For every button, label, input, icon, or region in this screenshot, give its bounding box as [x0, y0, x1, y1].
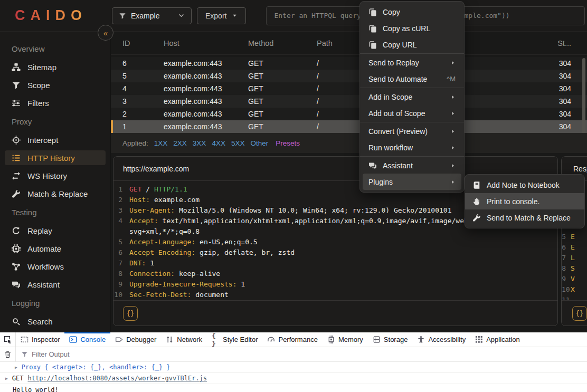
inspector-icon — [21, 336, 29, 343]
status-filter-1xx[interactable]: 1XX — [154, 139, 168, 147]
table-row[interactable]: 2example.com:443GET/304 — [111, 108, 587, 120]
sidebar-item-search[interactable]: Search — [0, 312, 110, 330]
console-row: ▶Proxy { <target>: {_}, <handler>: {_} } — [0, 362, 587, 373]
submenu-arrow-icon — [450, 60, 456, 65]
devtools-tab-accessibility[interactable]: Accessibility — [412, 332, 470, 347]
sidebar-item-workflows[interactable]: Workflows — [0, 257, 110, 275]
project-selector-label: Example — [131, 12, 159, 20]
export-button-label: Export — [205, 12, 226, 20]
table-scrollbar[interactable] — [582, 58, 585, 135]
sidebar-section-overview: Overview — [0, 39, 110, 58]
sidebar-item-assistant[interactable]: Assistant — [0, 275, 110, 293]
column-header-method: Method — [248, 39, 317, 47]
context-menu-item-send-to-automate[interactable]: Send to Automate^M — [363, 71, 461, 87]
devtools-tab-label: Style Editor — [223, 336, 258, 343]
sidebar-item-ws-history[interactable]: WS History — [0, 167, 110, 185]
sidebar-item-label: Search — [27, 317, 53, 326]
status-filter-3xx[interactable]: 3XX — [193, 139, 206, 147]
target-icon — [12, 136, 21, 145]
context-menu-item-add-in-scope[interactable]: Add in Scope — [363, 89, 461, 105]
context-menu-item-copy-as-curl[interactable]: Copy as cURL — [363, 20, 461, 36]
copy-icon — [368, 41, 377, 49]
status-filter-4xx[interactable]: 4XX — [212, 139, 225, 147]
clear-console-button[interactable] — [0, 347, 16, 361]
request-line: 10Sec-Fetch-Dest: document — [113, 290, 557, 300]
hand-icon — [472, 197, 481, 206]
export-button[interactable]: Export — [197, 7, 246, 24]
line-content: GET / HTTP/1.1 — [129, 184, 187, 195]
line-content: DNT: 1 — [129, 258, 154, 269]
submenu-item-add-note-to-notebook[interactable]: Add Note to Notebook — [465, 177, 584, 193]
sidebar-item-automate[interactable]: Automate — [0, 240, 110, 257]
sidebar-item-http-history[interactable]: HTTP History — [5, 150, 106, 165]
sidebar-item-replay[interactable]: Replay — [0, 222, 110, 240]
context-menu-item-run-workflow[interactable]: Run workflow — [363, 139, 461, 156]
response-prettify-button[interactable]: {} — [572, 306, 587, 321]
table-row[interactable]: 4example.com:443GET/304 — [111, 82, 587, 95]
context-menu-item-add-out-of-scope[interactable]: Add out of Scope — [363, 105, 461, 121]
line-content: Host: example.com — [129, 195, 200, 205]
sidebar-item-intercept[interactable]: Intercept — [0, 131, 110, 149]
sidebar-item-filters[interactable]: Filters — [0, 94, 110, 112]
context-menu-item-copy[interactable]: Copy — [363, 4, 461, 20]
filter-output-input[interactable]: Filter Output — [32, 350, 70, 358]
menu-item-label: Plugins — [368, 178, 444, 186]
context-menu-item-assistant[interactable]: Assistant — [363, 157, 461, 174]
sidebar-item-scope[interactable]: Scope — [0, 76, 110, 94]
devtools-tab-application[interactable]: Application — [470, 332, 525, 347]
response-line: 9V — [562, 274, 587, 284]
devtools-tab-inspector[interactable]: Inspector — [16, 332, 64, 347]
network-url-link[interactable]: http://localhost:8080/assets/worker-gvvT… — [28, 375, 207, 382]
table-row[interactable]: 3example.com:443GET/304 — [111, 95, 587, 108]
devtools-tab-memory[interactable]: Memory — [323, 332, 368, 347]
cell-method: GET — [248, 72, 317, 80]
devtools-tab-style-editor[interactable]: { }Style Editor — [207, 332, 262, 347]
pick-element-button[interactable] — [0, 332, 16, 347]
sidebar-item-label: Automate — [27, 244, 61, 253]
context-menu-item-copy-url[interactable]: Copy URL — [363, 36, 461, 53]
submenu-item-label: Send to Match & Replace — [487, 214, 571, 222]
context-menu-item-send-to-replay[interactable]: Send to Replay — [363, 54, 461, 71]
menu-divider — [360, 88, 464, 88]
status-filter-other[interactable]: Other — [250, 139, 268, 147]
console-box-icon — [69, 336, 77, 343]
menu-item-label: Convert (Preview) — [368, 127, 444, 136]
expand-triangle-icon[interactable]: ▶ — [5, 376, 8, 381]
wrench-icon — [472, 214, 481, 222]
performance-icon — [267, 336, 275, 343]
cell-id: 3 — [122, 97, 164, 106]
submenu-item-print-to-console[interactable]: Print to console. — [465, 193, 584, 209]
devtools-tab-debugger[interactable]: Debugger — [110, 332, 161, 347]
expand-triangle-icon[interactable]: ▶ — [15, 365, 17, 370]
sidebar-collapse-button[interactable]: « — [98, 25, 113, 41]
sidebar-section-testing: Testing — [0, 203, 110, 222]
devtools-tab-console[interactable]: Console — [64, 332, 110, 347]
context-menu-item-convert-preview[interactable]: Convert (Preview) — [363, 123, 461, 139]
devtools-tab-network[interactable]: Network — [161, 332, 207, 347]
memory-icon — [327, 336, 335, 343]
prettify-button[interactable]: {} — [123, 306, 138, 321]
table-body: 6example.com:443GET/3045example.com:443G… — [111, 57, 587, 133]
submenu-item-send-to-match-replace[interactable]: Send to Match & Replace — [465, 209, 584, 226]
project-selector[interactable]: Example — [112, 7, 192, 24]
line-content: User-Agent: Mozilla/5.0 (Windows NT 10.0… — [129, 205, 451, 216]
table-row[interactable]: 5example.com:443GET/304 — [111, 70, 587, 82]
line-content: svg+xml,*/*;q=0.8 — [129, 226, 200, 237]
devtools-tab-performance[interactable]: Performance — [262, 332, 322, 347]
status-filter-2xx[interactable]: 2XX — [173, 139, 187, 147]
context-menu-item-plugins[interactable]: Plugins — [363, 174, 461, 190]
sidebar-item-sitemap[interactable]: Sitemap — [0, 58, 110, 76]
sidebar-item-match-replace[interactable]: Match & Replace — [0, 185, 110, 203]
response-line: 7L — [562, 253, 587, 263]
table-row[interactable]: 1example.com:443GET/304 — [111, 120, 587, 133]
line-number: 1 — [113, 184, 129, 195]
line-number: 2 — [113, 195, 129, 205]
sidebar-section-proxy: Proxy — [0, 112, 110, 131]
devtools-tab-storage[interactable]: Storage — [368, 332, 413, 347]
presets-link[interactable]: Presets — [276, 139, 300, 147]
status-filter-5xx[interactable]: 5XX — [231, 139, 245, 147]
table-row[interactable]: 6example.com:443GET/304 — [111, 57, 587, 70]
line-number: 10 — [562, 284, 571, 295]
menu-item-label: Copy — [383, 8, 456, 16]
menu-item-label: Add out of Scope — [368, 109, 444, 118]
